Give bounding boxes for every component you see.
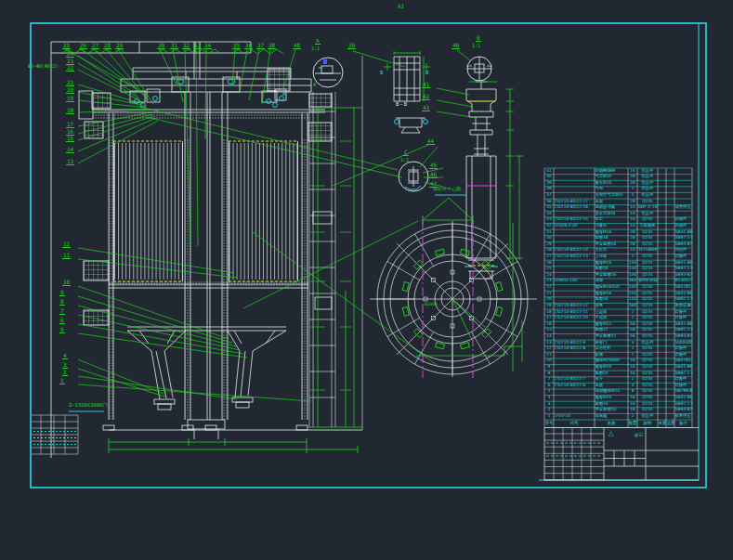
- callout-8: 8: [59, 298, 65, 306]
- bom-cell: 电磁脉冲阀: [596, 204, 628, 211]
- bom-cell: 40: [545, 174, 554, 180]
- bom-cell: 134: [629, 284, 637, 291]
- bom-cell: CSLT10-80/12-6: [555, 383, 595, 389]
- callout-9: 9: [59, 289, 65, 296]
- bom-cell: 5: [545, 388, 554, 395]
- bom-cell: 10: [545, 358, 554, 364]
- bom-cell: Q235: [638, 383, 658, 389]
- bom-cell: Q235: [638, 315, 658, 321]
- bom-cell: GB93-87: [675, 272, 692, 279]
- bom-cell: 4: [629, 340, 637, 346]
- left-note: Φ8—Φ8(Φ8X2): [28, 64, 59, 69]
- callout-41: 41: [422, 81, 430, 88]
- bom-cell: 7: [545, 376, 554, 383]
- section-a-mark: A: [313, 83, 316, 88]
- callout-6: 6: [59, 317, 65, 324]
- callout-44: 44: [426, 137, 435, 145]
- callout-4: 4: [62, 352, 68, 359]
- bom-cell: DMF-Z-76S: [638, 204, 658, 211]
- callout-37: 37: [256, 42, 265, 49]
- bom-cell: 14: [629, 223, 637, 229]
- callout-15: 15: [66, 135, 74, 142]
- bom-cell: 单重: [659, 420, 666, 428]
- bom-cell: 螺母M20: [596, 364, 628, 371]
- bom-cell: 30: [545, 235, 554, 241]
- callout-25: 25: [62, 42, 71, 49]
- bom-cell: 1Cr18Ni9: [638, 247, 658, 254]
- bom-cell: 2: [629, 186, 637, 192]
- bom-cell: GB97.1-85: [675, 371, 692, 377]
- bom-cell: 垫圈16: [596, 296, 628, 303]
- bom-cell: 14: [629, 216, 637, 223]
- bom-cell: Q235: [638, 321, 658, 328]
- bom-cell: Q235: [638, 241, 658, 248]
- bom-cell: 500X400: [675, 340, 692, 346]
- bom-cell: Q235: [638, 371, 658, 377]
- bom-cell: Q235: [638, 229, 658, 236]
- bom-cell: 36: [545, 199, 554, 205]
- callout-1: 1: [59, 377, 65, 384]
- bom-cell: 1: [629, 345, 637, 352]
- bom-cell: 21: [545, 291, 554, 297]
- title-block-revision-mark: △: [609, 431, 613, 437]
- callout-20: 20: [66, 86, 74, 94]
- bom-cell: 1: [629, 352, 637, 358]
- callout-12: 12: [62, 241, 71, 248]
- bom-cell: 160: [629, 278, 637, 284]
- bom-cell: 活接头: [596, 223, 628, 229]
- callout-17: 17: [66, 121, 74, 128]
- bom-cell: 134: [629, 272, 637, 279]
- bom-cell: 组合件: [638, 186, 658, 192]
- bom-cell: 焊接件: [675, 309, 692, 316]
- bom-cell: 2: [629, 315, 637, 321]
- bom-cell: 18: [545, 309, 554, 316]
- bom-cell: Q235: [638, 272, 658, 279]
- callout-24: 24: [66, 50, 74, 58]
- bom-cell: 配套供应: [675, 413, 692, 420]
- bom-cell: 3: [545, 401, 554, 408]
- callout-38: 38: [268, 42, 276, 49]
- bom-cell: GB41-86: [675, 395, 692, 401]
- bom-cell: 组合件: [638, 413, 658, 420]
- bom-cell: CSLT10-80/12-13: [555, 254, 595, 260]
- bom-cell: 垫圈16: [596, 235, 628, 241]
- bom-cell: 8: [629, 388, 637, 395]
- bom-cell: Q235: [638, 358, 658, 364]
- bom-cell: 斜梯: [596, 352, 628, 358]
- bom-cell: Q235: [638, 284, 658, 291]
- bom-cell: Q235: [638, 266, 658, 272]
- bom-cell: 检修门: [596, 340, 628, 346]
- bom-cell: 2: [629, 192, 637, 199]
- bom-cell: 16: [545, 321, 554, 328]
- callout-39: 39: [347, 42, 356, 49]
- bom-cell: 垫圈16: [596, 266, 628, 272]
- callout-2: 2: [62, 369, 68, 376]
- bom-cell: 螺母M12: [596, 321, 628, 328]
- bom-cell: 支腿: [596, 383, 628, 389]
- bom-cell: 28: [629, 199, 637, 205]
- bom-cell: 28: [629, 235, 637, 241]
- bom-cell: 气管Ø10: [596, 174, 628, 180]
- bom-cell: Q235: [638, 260, 658, 267]
- bom-cell: 56: [629, 333, 637, 340]
- callout-10: 10: [62, 279, 71, 286]
- bom-cell: 14: [629, 247, 637, 254]
- bom-cell: 2: [629, 309, 637, 316]
- bom-cell: 14: [545, 333, 554, 340]
- bom-cell: 中箱体: [596, 315, 628, 321]
- bom-cell: Q235: [638, 388, 658, 395]
- bom-cell: GB97.1-85: [675, 235, 692, 241]
- bom-cell: 排灰阀: [596, 413, 628, 420]
- bom-cell: GB93-87: [675, 407, 692, 413]
- bom-cell: GB799-88: [675, 388, 692, 395]
- callout-48: 48: [293, 42, 301, 49]
- callout-43: 43: [422, 104, 430, 111]
- callout-31: 31: [170, 42, 178, 49]
- bom-cell: 弹簧垫圈12: [596, 333, 628, 340]
- bom-cell: 29: [545, 241, 554, 248]
- hopper-door-note: 2—1500X2000门: [69, 403, 108, 409]
- bom-cell: 25: [545, 266, 554, 272]
- bom-cell: Q235: [638, 303, 658, 309]
- bom-cell: Q235: [638, 345, 658, 352]
- bom-cell: 组合件: [638, 211, 658, 217]
